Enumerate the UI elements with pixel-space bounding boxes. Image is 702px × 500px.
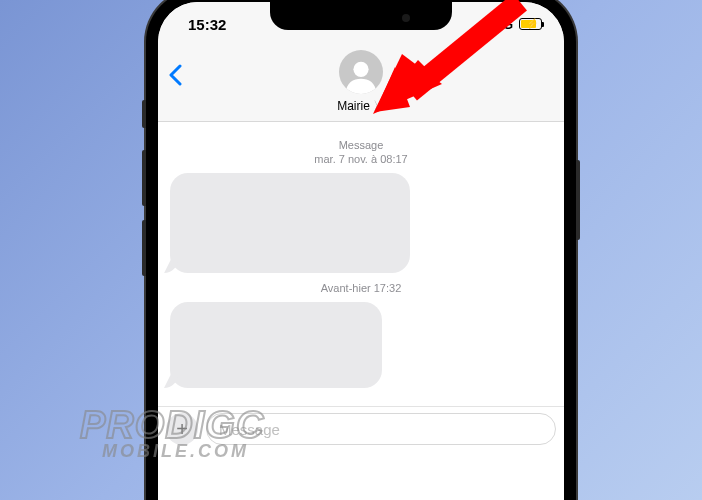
- timestamp-label: Message mar. 7 nov. à 08:17: [170, 138, 552, 168]
- annotation-arrow: [370, 0, 550, 136]
- power-button: [576, 160, 580, 240]
- message-bubble[interactable]: [170, 173, 410, 273]
- back-button[interactable]: [168, 64, 182, 90]
- message-bubble[interactable]: [170, 302, 382, 388]
- volume-up-button: [142, 150, 146, 206]
- messages-list[interactable]: Message mar. 7 nov. à 08:17 Avant-hier 1…: [158, 122, 564, 407]
- contact-name: Mairie: [337, 99, 370, 113]
- svg-point-0: [353, 62, 368, 77]
- status-time: 15:32: [188, 16, 226, 33]
- watermark-site: MOBILE.COM: [102, 441, 264, 462]
- timestamp-label: Avant-hier 17:32: [170, 281, 552, 296]
- volume-down-button: [142, 220, 146, 276]
- mute-switch: [142, 100, 146, 128]
- watermark: PRODIGC MOBILE.COM: [80, 404, 264, 462]
